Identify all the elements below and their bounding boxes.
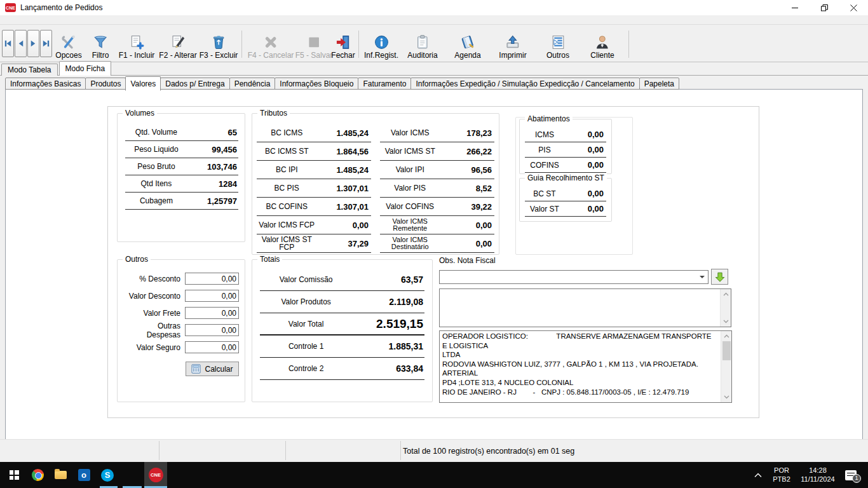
start-button[interactable]: [3, 462, 25, 488]
nav-last-button[interactable]: [40, 30, 52, 57]
clock[interactable]: 14:28 11/11/2024: [797, 462, 839, 488]
tributos-row: BC IPI1.485,24 Valor IPI96,56: [252, 161, 499, 179]
tab-informacoes-expedicao[interactable]: Informações Expedição / Simulação Expedi…: [410, 78, 639, 90]
field-value: 37,29: [316, 239, 371, 248]
field-label: Valor IPI: [380, 166, 440, 173]
scrollbar-thumb[interactable]: [722, 341, 731, 360]
person-icon: [594, 34, 610, 50]
statusbar-separator: [285, 441, 286, 460]
scroll-down-icon[interactable]: [721, 392, 732, 402]
folder-icon: [55, 471, 67, 479]
add-obs-button[interactable]: [711, 269, 728, 285]
field-label: COFINS: [525, 161, 564, 170]
outras-despesas-input[interactable]: [185, 324, 239, 336]
field-label: BC ST: [525, 189, 564, 198]
file-explorer-taskbar-button[interactable]: [50, 462, 71, 488]
field-label: Valor COFINS: [380, 203, 440, 210]
outros-field-row: Valor Desconto: [123, 287, 239, 304]
combobox-dropdown-zone[interactable]: [696, 271, 708, 283]
desconto-percent-input[interactable]: [185, 273, 239, 285]
volumes-row: Peso Liquido 99,456: [125, 141, 238, 158]
windows-logo-icon: [10, 470, 19, 480]
field-value: 1.485,24: [316, 128, 371, 138]
tab-modo-tabela[interactable]: Modo Tabela: [1, 64, 58, 76]
excluir-button[interactable]: F3 - Excluir: [200, 29, 238, 60]
restore-button[interactable]: [810, 0, 839, 15]
cliente-button[interactable]: Cliente: [590, 29, 614, 60]
field-value: 0,00: [440, 220, 494, 230]
tab-papeleta[interactable]: Papeleta: [639, 78, 679, 90]
nav-last-icon: [41, 39, 51, 48]
calcular-button[interactable]: Calcular: [186, 362, 239, 376]
taskbar: o S CNE POR PTB2 14:28 11/11/2024 1: [0, 462, 868, 488]
obs-notes-textarea[interactable]: [439, 288, 731, 327]
cne-app-taskbar-button[interactable]: CNE: [144, 462, 167, 488]
scroll-up-icon[interactable]: [721, 331, 732, 341]
close-button[interactable]: [839, 0, 868, 15]
cancel-icon: [262, 34, 278, 50]
scroll-down-icon[interactable]: [721, 316, 731, 327]
outros-groupbox: Outros % Desconto Valor Desconto Valor F…: [117, 259, 245, 402]
imprimir-button[interactable]: Imprimir: [499, 29, 526, 60]
operador-logistico-textarea[interactable]: OPERADOR LOGISTICO: TRANSERVE ARMAZENAGE…: [439, 330, 732, 403]
language-indicator[interactable]: POR PTB2: [768, 462, 796, 488]
valor-desconto-input[interactable]: [185, 290, 239, 302]
print-icon: [505, 34, 520, 50]
outros-button[interactable]: Outros: [546, 29, 569, 60]
filtro-button[interactable]: Filtro: [92, 29, 109, 60]
scrollbar[interactable]: [720, 289, 731, 327]
minimize-button[interactable]: [780, 0, 810, 15]
nav-first-button[interactable]: [2, 30, 14, 57]
tab-pendencia[interactable]: Pendência: [229, 78, 276, 90]
field-label: Qtd. Volume: [125, 128, 187, 137]
opcoes-button[interactable]: Opcoes: [55, 29, 81, 60]
obs-combobox[interactable]: [439, 270, 709, 284]
statusbar-separator: [400, 441, 401, 460]
action-center-button[interactable]: 1: [840, 462, 862, 488]
nav-next-button[interactable]: [27, 30, 39, 57]
field-label: BC IPI: [257, 166, 316, 173]
tab-dados-entrega[interactable]: Dados p/ Entrega: [160, 78, 229, 90]
tab-informacoes-basicas[interactable]: Informações Basicas: [5, 78, 86, 90]
trash-icon: [211, 34, 227, 50]
volumes-row: Qtd. Volume 65: [125, 124, 238, 141]
valor-seguro-input[interactable]: [185, 341, 239, 353]
language-code: POR: [774, 466, 789, 475]
tray-expand-button[interactable]: [750, 462, 766, 488]
nav-prev-button[interactable]: [15, 30, 27, 57]
tab-valores[interactable]: Valores: [125, 76, 161, 91]
menu-strip: [0, 15, 868, 25]
tab-informacoes-bloqueio[interactable]: Informações Bloqueio: [275, 78, 358, 90]
totais-row: Valor Produtos 2.119,08: [260, 291, 424, 313]
field-label: BC COFINS: [257, 203, 316, 210]
close-icon: [850, 4, 857, 11]
incluir-button[interactable]: F1 - Incluir: [119, 29, 155, 60]
valor-frete-input[interactable]: [185, 307, 239, 319]
tab-produtos[interactable]: Produtos: [85, 78, 126, 90]
field-value: 1.885,31: [352, 341, 424, 351]
agenda-button[interactable]: Agenda: [454, 29, 480, 60]
valores-page: Volumes Qtd. Volume 65 Peso Liquido 99,4…: [5, 89, 863, 439]
scrollbar[interactable]: [721, 331, 731, 402]
tributos-groupbox: Tributos BC ICMS1.485,24 Valor ICMS178,2…: [252, 113, 499, 255]
field-value: 0,00: [564, 189, 606, 198]
auditoria-button[interactable]: Auditoria: [407, 29, 437, 60]
field-value: 0,00: [564, 145, 606, 154]
chrome-icon: [32, 469, 44, 481]
inf-regist-button[interactable]: Inf.Regist.: [364, 29, 398, 60]
nav-next-icon: [29, 39, 38, 48]
field-label: Peso Liquido: [125, 145, 187, 154]
toolbar: Opcoes Filtro F1 - Incluir F2 - Alterar: [0, 25, 868, 62]
alterar-button[interactable]: F2 - Alterar: [159, 29, 196, 60]
app-logo-icon: CNE: [5, 3, 16, 12]
tab-faturamento[interactable]: Faturamento: [358, 78, 411, 90]
chrome-taskbar-button[interactable]: [27, 462, 48, 488]
fechar-button[interactable]: Fechar: [331, 29, 355, 60]
scroll-up-icon[interactable]: [721, 289, 731, 299]
skype-taskbar-button[interactable]: S: [97, 462, 118, 488]
toolbar-separator: [358, 30, 359, 58]
outlook-taskbar-button[interactable]: o: [73, 462, 95, 488]
document-add-icon: [129, 34, 145, 50]
tab-modo-ficha[interactable]: Modo Ficha: [59, 61, 112, 76]
field-label: Valor ICMS Remetente: [380, 218, 440, 232]
